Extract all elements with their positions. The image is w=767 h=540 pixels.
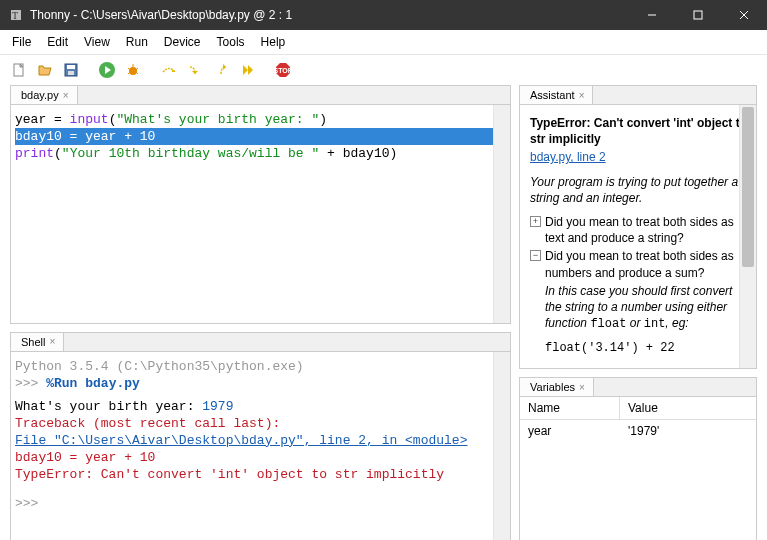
close-button[interactable] [721, 0, 767, 30]
svg-rect-10 [67, 65, 75, 69]
svg-point-14 [129, 67, 137, 75]
editor-tab[interactable]: bday.py × [11, 86, 78, 104]
svg-line-19 [136, 72, 138, 74]
variables-header: Name Value [520, 397, 756, 420]
step-out-icon[interactable] [210, 59, 232, 81]
close-icon[interactable]: × [579, 90, 585, 101]
window-title: Thonny - C:\Users\Aivar\Desktop\bday.py … [30, 8, 629, 22]
resume-icon[interactable] [236, 59, 258, 81]
new-file-icon[interactable] [8, 59, 30, 81]
scrollbar[interactable] [493, 352, 510, 540]
close-icon[interactable]: × [63, 90, 69, 101]
editor-body[interactable]: year = input("What's your birth year: ")… [11, 105, 510, 323]
svg-line-18 [128, 72, 130, 74]
svg-text:T: T [12, 10, 18, 21]
svg-marker-8 [39, 66, 51, 75]
col-value-header[interactable]: Value [620, 397, 666, 419]
assistant-tab-label: Assistant [530, 89, 575, 101]
assistant-hint-collapsed[interactable]: + Did you mean to treat both sides as te… [530, 214, 748, 246]
titlebar: T Thonny - C:\Users\Aivar\Desktop\bday.p… [0, 0, 767, 30]
minus-icon[interactable]: − [530, 250, 541, 261]
menu-file[interactable]: File [4, 32, 39, 52]
shell-panel: Shell × Python 3.5.4 (C:\Python35\python… [10, 332, 511, 540]
step-over-icon[interactable] [158, 59, 180, 81]
save-file-icon[interactable] [60, 59, 82, 81]
svg-marker-22 [223, 64, 226, 70]
shell-tab[interactable]: Shell × [11, 333, 64, 351]
debug-icon[interactable] [122, 59, 144, 81]
assistant-panel: Assistant × TypeError: Can't convert 'in… [519, 85, 757, 369]
variables-tab[interactable]: Variables × [520, 378, 594, 396]
svg-line-16 [128, 68, 130, 70]
shell-body[interactable]: Python 3.5.4 (C:\Python35\python.exe) >>… [11, 352, 510, 540]
var-name: year [520, 420, 620, 442]
minimize-button[interactable] [629, 0, 675, 30]
svg-rect-11 [68, 71, 74, 75]
menu-device[interactable]: Device [156, 32, 209, 52]
menubar: File Edit View Run Device Tools Help [0, 30, 767, 55]
svg-marker-24 [248, 65, 253, 75]
menu-help[interactable]: Help [253, 32, 294, 52]
run-icon[interactable] [96, 59, 118, 81]
variables-panel: Variables × Name Value year '1979' [519, 377, 757, 540]
traceback-link[interactable]: File "C:\Users\Aivar\Desktop\bday.py", l… [15, 433, 467, 448]
app-icon: T [8, 7, 24, 23]
stop-icon[interactable]: STOP [272, 59, 294, 81]
assistant-error-title: TypeError: Can't convert 'int' object to… [530, 115, 748, 147]
var-value: '1979' [620, 420, 667, 442]
svg-line-17 [136, 68, 138, 70]
svg-marker-23 [243, 65, 248, 75]
toolbar: STOP [0, 55, 767, 85]
svg-rect-3 [694, 11, 702, 19]
assistant-tab[interactable]: Assistant × [520, 86, 593, 104]
scrollbar[interactable] [739, 105, 756, 368]
svg-marker-21 [192, 71, 198, 74]
close-icon[interactable]: × [579, 382, 585, 393]
highlighted-line: bday10 = year + 10 [15, 128, 510, 145]
plus-icon[interactable]: + [530, 216, 541, 227]
assistant-error-link[interactable]: bday.py, line 2 [530, 149, 606, 165]
variables-body: Name Value year '1979' [520, 397, 756, 540]
variables-tab-label: Variables [530, 381, 575, 393]
menu-run[interactable]: Run [118, 32, 156, 52]
open-file-icon[interactable] [34, 59, 56, 81]
step-into-icon[interactable] [184, 59, 206, 81]
menu-edit[interactable]: Edit [39, 32, 76, 52]
table-row[interactable]: year '1979' [520, 420, 756, 442]
editor-panel: bday.py × year = input("What's your birt… [10, 85, 511, 324]
col-name-header[interactable]: Name [520, 397, 620, 419]
editor-tab-label: bday.py [21, 89, 59, 101]
assistant-intro: Your program is trying to put together a… [530, 174, 748, 206]
assistant-hint-expanded[interactable]: − Did you mean to treat both sides as nu… [530, 248, 748, 356]
maximize-button[interactable] [675, 0, 721, 30]
svg-text:STOP: STOP [274, 67, 292, 74]
scrollbar[interactable] [493, 105, 510, 323]
menu-view[interactable]: View [76, 32, 118, 52]
menu-tools[interactable]: Tools [209, 32, 253, 52]
close-icon[interactable]: × [49, 336, 55, 347]
shell-tab-label: Shell [21, 336, 45, 348]
